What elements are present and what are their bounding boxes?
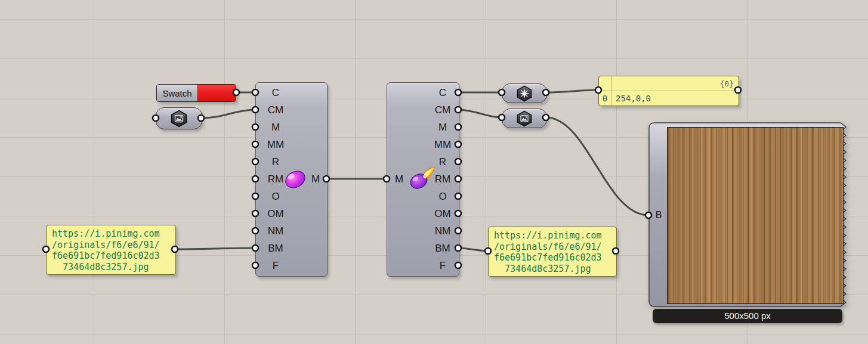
output-label: C: [429, 85, 456, 101]
url-text: https://i.pinimg.com /originals/f6/e6/91…: [52, 228, 160, 272]
image-icon: [516, 110, 533, 127]
input-label: CM: [262, 102, 289, 119]
url-text: https://i.pinimg.com /originals/f6/e6/91…: [494, 230, 602, 274]
input-label: M: [262, 119, 289, 136]
output-label: NM: [429, 223, 456, 240]
input-label: C: [262, 85, 289, 101]
wire-image-to-cm-input[interactable]: [201, 110, 255, 118]
material-egg-icon: [282, 166, 308, 193]
input-label: NM: [262, 223, 289, 240]
colour-param-component[interactable]: [502, 83, 547, 103]
wire-colour-param-to-panel[interactable]: [546, 90, 598, 92]
input-label: B: [653, 207, 664, 224]
output-label: OM: [429, 206, 456, 222]
deconstruct-material-component[interactable]: C CM M MM R RM O OM NM BM F M: [387, 82, 459, 277]
panel-row: 0 254,0,0: [599, 92, 739, 105]
input-label: BM: [262, 240, 289, 257]
url-panel-left[interactable]: https://i.pinimg.com /originals/f6/e6/91…: [46, 225, 176, 275]
material-egg-flame-icon: [407, 165, 437, 193]
row-index: 0: [599, 92, 611, 105]
colour-swatch-component[interactable]: Swatch: [156, 84, 236, 102]
output-label: F: [429, 258, 456, 274]
input-label: F: [262, 258, 289, 274]
wire-bm-to-url-panel[interactable]: [458, 248, 488, 251]
panel-path-header: {0}: [599, 76, 739, 91]
colour-burst-icon: [516, 85, 533, 102]
image-param-component[interactable]: [502, 109, 547, 128]
wire-image-param-to-preview[interactable]: [546, 117, 648, 215]
image-size-caption: 500x500 px: [653, 309, 842, 323]
row-value: 254,0,0: [611, 92, 651, 105]
input-label: M: [392, 171, 406, 188]
url-panel-right[interactable]: https://i.pinimg.com /originals/f6/e6/91…: [488, 227, 617, 277]
output-label: M: [308, 171, 323, 188]
wood-texture-image: [667, 127, 844, 304]
output-label: BM: [429, 240, 456, 257]
input-label: OM: [262, 206, 289, 222]
output-label: M: [429, 119, 456, 136]
create-material-component[interactable]: C CM M MM R RM O OM NM BM F M: [255, 82, 328, 277]
swatch-label: Swatch: [157, 85, 197, 101]
output-label: CM: [429, 102, 456, 119]
wire-url-to-bm-input[interactable]: [175, 248, 255, 249]
image-icon: [170, 110, 188, 128]
input-label: MM: [262, 137, 289, 153]
grasshopper-canvas[interactable]: Swatch C CM M MM R RM O OM NM BM F M: [0, 0, 868, 344]
image-param-component[interactable]: [156, 107, 202, 129]
wire-cm-to-image-param[interactable]: [458, 110, 502, 117]
output-label: MM: [429, 137, 456, 153]
bitmap-preview-component[interactable]: B 500x500 px: [648, 122, 854, 325]
colour-value-panel[interactable]: {0} 0 254,0,0: [598, 76, 739, 106]
swatch-colour-well[interactable]: [197, 85, 236, 101]
